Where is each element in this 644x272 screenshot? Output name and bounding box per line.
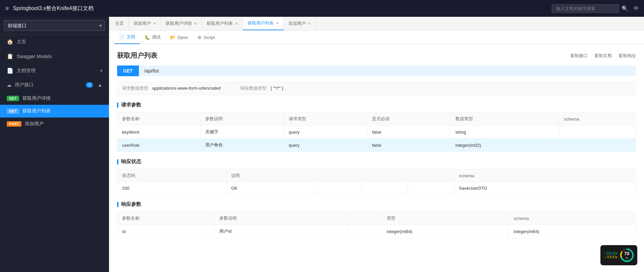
param-type-1[interactable]: query	[284, 139, 367, 152]
resp-name-0: id	[117, 225, 215, 238]
request-params-title: 请求参数	[117, 102, 636, 108]
param-name-0: keyWord	[117, 126, 201, 139]
main-layout: 前端接口 🏠 主页 📋 Swagger Models 📄 文档管理 ▾ ☁ 用户…	[0, 17, 644, 272]
tab-home[interactable]: 主页	[110, 17, 129, 30]
col-req-type: 请求类型	[284, 112, 367, 126]
sidebar-api-post-add-user[interactable]: POST 添加用户	[0, 118, 109, 130]
sub-nav-open-icon: 📂	[170, 35, 175, 40]
col-resp-empty1	[312, 212, 347, 225]
response-params-table: 参数名称 参数说明 类型 schema id 用户id	[117, 212, 636, 238]
search-input[interactable]	[552, 4, 619, 13]
topbar-search: 🔍 中	[552, 4, 639, 13]
sidebar-item-swagger-label: Swagger Models	[17, 54, 52, 59]
copy-doc-btn[interactable]: 复制文档	[594, 53, 612, 59]
project-select[interactable]: 前端接口	[4, 20, 105, 31]
status-schema-0: SaveUserDTO	[454, 182, 636, 194]
method-get-badge: GET	[117, 65, 139, 76]
sub-nav: 📄 文档 🐛 调试 📂 Open ⚙ Script	[109, 31, 644, 44]
tabs-bar: 主页 添加用户 ✕ 获取用户详情 ✕ 获取用户列表 ✕ 获取用户列表 ✕ 添加用…	[109, 17, 644, 31]
sub-nav-script[interactable]: ⚙ Script	[193, 31, 219, 44]
col-required: 是否必须	[367, 112, 450, 126]
tab-get-user-list-2[interactable]: 获取用户列表 ✕	[243, 17, 284, 30]
copy-url-btn[interactable]: 复制地址	[619, 53, 636, 59]
tab-add-user-2-close[interactable]: ✕	[308, 21, 311, 26]
request-params-section: 请求参数 参数名称 参数说明 请求类型 是否必须 数据类型 schema	[117, 102, 636, 152]
sidebar-api-get-user-list[interactable]: GET 获取用户列表	[0, 105, 109, 118]
col-param-name: 参数名称	[117, 112, 201, 126]
tab-get-user-list-2-close[interactable]: ✕	[276, 21, 279, 26]
user-section-label: 用户接口	[15, 82, 34, 88]
status-empty2	[361, 182, 408, 194]
sub-nav-doc[interactable]: 📄 文档	[114, 31, 140, 44]
download-stat: ↓ 4.8 K/s	[603, 255, 618, 259]
endpoint-row: GET /api/list	[117, 65, 636, 76]
menu-icon[interactable]: ≡	[5, 5, 9, 12]
request-data-type-label: 请求数据类型	[122, 86, 148, 91]
param-desc-0: 关键字	[201, 126, 284, 139]
resp-schema-0: integer(int64)	[509, 225, 636, 238]
tab-get-user-list-1-close[interactable]: ✕	[235, 21, 238, 26]
copy-interface-btn[interactable]: 复制接口	[570, 53, 588, 59]
col-status-empty3	[408, 169, 454, 182]
sidebar-api-get-user-detail[interactable]: GET 获取用户详情	[0, 92, 109, 105]
param-name-1: userRole	[117, 139, 201, 152]
sub-nav-open[interactable]: 📂 Open	[165, 31, 193, 44]
sub-nav-open-label: Open	[177, 35, 188, 40]
sidebar-section-user[interactable]: ☁ 用户接口 3 ▲	[0, 78, 109, 92]
response-params-title: 响应参数	[117, 201, 636, 208]
sub-nav-debug[interactable]: 🐛 调试	[140, 31, 165, 44]
col-data-type: 数据类型	[450, 112, 559, 126]
col-schema: schema	[559, 112, 636, 126]
doc-manage-icon: 📄	[7, 67, 13, 74]
col-resp-schema: schema	[509, 212, 636, 225]
swagger-icon: 📋	[7, 53, 13, 59]
doc-content: 获取用户列表 复制接口 复制文档 复制地址 GET /api/list 请求数据…	[109, 44, 644, 272]
user-section-chevron: ▲	[98, 82, 102, 88]
gauge-percent: 70	[624, 251, 630, 256]
tab-add-user-1-close[interactable]: ✕	[153, 21, 156, 26]
topbar: ≡ Springboot3.x整合Knife4接口文档 🔍 中	[0, 0, 644, 17]
col-status-empty2	[361, 169, 408, 182]
table-row: userRole 用户角色 query false integer(int32)	[117, 139, 636, 152]
status-desc-0: OK	[226, 182, 315, 194]
tab-home-label: 主页	[115, 20, 124, 27]
sidebar-item-swagger[interactable]: 📋 Swagger Models	[0, 49, 109, 63]
sidebar-api-post-add-user-label: 添加用户	[25, 121, 44, 127]
col-param-desc: 参数说明	[201, 112, 284, 126]
user-section-badge: 3	[86, 82, 93, 88]
param-datatype-1: integer(int32)	[450, 139, 559, 152]
tab-get-user-detail[interactable]: 获取用户详情 ✕	[161, 17, 202, 30]
search-icon[interactable]: 🔍	[622, 5, 628, 12]
method-badge-post: POST	[7, 121, 21, 127]
tab-add-user-2[interactable]: 添加用户 ✕	[284, 17, 316, 30]
col-resp-type: 类型	[382, 212, 509, 225]
topbar-title: Springboot3.x整合Knife4接口文档	[13, 5, 548, 12]
response-status-table: 状态码 说明 schema 200 OK	[117, 169, 636, 194]
tab-add-user-1[interactable]: 添加用户 ✕	[129, 17, 161, 30]
sidebar-item-doc-manage[interactable]: 📄 文档管理 ▾	[0, 63, 109, 78]
sub-nav-debug-label: 调试	[152, 34, 161, 40]
network-stats: ↑ 123 K/s ↓ 4.8 K/s	[603, 252, 618, 259]
tab-get-user-list-1[interactable]: 获取用户列表 ✕	[202, 17, 243, 30]
param-schema-1	[559, 139, 636, 152]
tab-get-user-detail-label: 获取用户详情	[166, 20, 192, 27]
sidebar-item-home[interactable]: 🏠 主页	[0, 35, 109, 49]
resp-datatype-0: integer(int64)	[382, 225, 509, 238]
request-info: 请求数据类型 application/x-www-form-urlencoded…	[117, 82, 636, 95]
circle-gauge: 70 %	[620, 248, 634, 263]
sidebar-item-home-label: 主页	[17, 39, 26, 45]
tab-add-user-1-label: 添加用户	[133, 20, 151, 27]
table-row: id 用户id integer(int64) integer(int64)	[117, 225, 636, 238]
tab-get-user-list-1-label: 获取用户列表	[207, 20, 233, 27]
param-datatype-0: string	[450, 126, 559, 139]
param-type-0[interactable]: query	[284, 126, 367, 139]
col-status-empty1	[315, 169, 361, 182]
tab-get-user-detail-close[interactable]: ✕	[194, 21, 197, 26]
lang-btn[interactable]: 中	[634, 5, 639, 12]
content-area: 主页 添加用户 ✕ 获取用户详情 ✕ 获取用户列表 ✕ 获取用户列表 ✕ 添加用…	[109, 17, 644, 272]
request-data-type-value: application/x-www-form-urlencoded	[152, 86, 221, 91]
sidebar-api-get-user-list-label: 获取用户列表	[22, 108, 51, 114]
status-empty3	[408, 182, 454, 194]
doc-title: 获取用户列表	[117, 51, 157, 60]
gauge-text: 70 %	[620, 248, 634, 263]
